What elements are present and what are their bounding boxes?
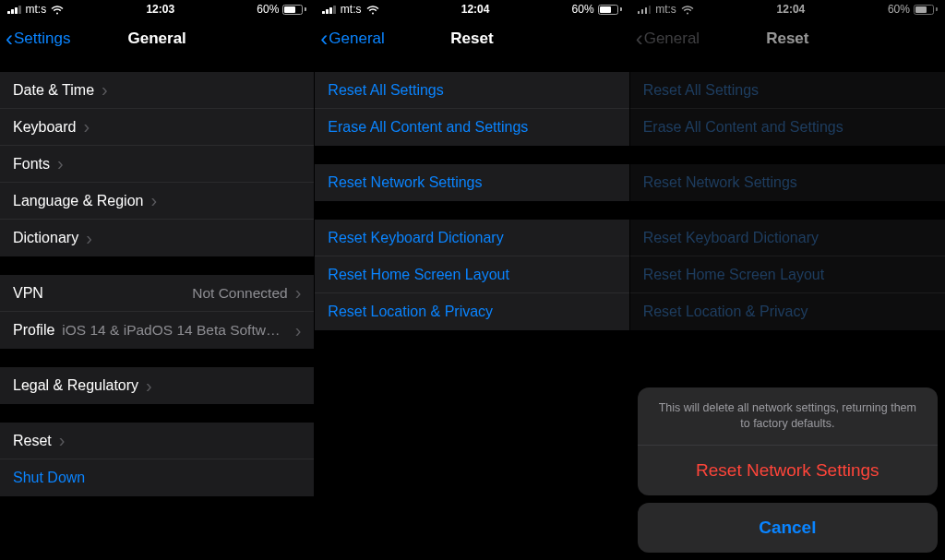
table-row[interactable]: Reset›: [0, 423, 314, 459]
chevron-right-icon: ›: [295, 282, 302, 304]
wifi-icon: [51, 5, 64, 14]
row-label: Date & Time: [13, 82, 94, 99]
action-sheet-message: This will delete all network settings, r…: [638, 387, 938, 446]
table-row[interactable]: Legal & Regulatory›: [0, 367, 314, 404]
cancel-button[interactable]: Cancel: [638, 503, 938, 553]
row-label: Reset: [13, 433, 52, 449]
back-button[interactable]: ‹ General: [320, 18, 384, 59]
clock: 12:03: [146, 3, 174, 16]
row-label: Reset Keyboard Dictionary: [328, 230, 503, 246]
reset-list: Reset All SettingsErase All Content and …: [315, 59, 628, 560]
action-sheet-group: This will delete all network settings, r…: [638, 387, 938, 495]
row-label: Dictionary: [13, 230, 78, 246]
status-bar: mt:s 12:03 60%: [0, 0, 314, 18]
table-row[interactable]: Reset Location & Privacy: [315, 293, 628, 330]
row-label: VPN: [13, 285, 43, 302]
row-value: Not Connected: [43, 285, 288, 302]
screen-reset-confirm: mt:s 12:04 60% ‹ General Reset Reset All…: [630, 0, 945, 560]
action-sheet-cancel-group: Cancel: [638, 503, 938, 553]
row-label: Keyboard: [13, 119, 77, 136]
row-label: Legal & Regulatory: [13, 377, 138, 394]
signal-icon: [322, 5, 336, 14]
row-label: Profile: [13, 322, 54, 339]
screen-general: mt:s 12:03 60% ‹ Settings General Date &…: [0, 0, 315, 560]
battery-icon: [598, 5, 622, 15]
status-bar: mt:s 12:04 60%: [315, 0, 628, 18]
battery-percent: 60%: [257, 3, 279, 16]
settings-list: Date & Time›Keyboard›Fonts›Language & Re…: [0, 59, 314, 560]
table-row[interactable]: Dictionary›: [0, 220, 314, 256]
battery-percent: 60%: [572, 3, 594, 16]
reset-network-confirm-button[interactable]: Reset Network Settings: [638, 446, 938, 495]
chevron-right-icon: ›: [57, 153, 64, 174]
row-label: Reset Location & Privacy: [328, 304, 493, 320]
row-label: Erase All Content and Settings: [328, 119, 528, 136]
table-row[interactable]: ProfileiOS 14 & iPadOS 14 Beta Softwar..…: [0, 312, 314, 349]
chevron-left-icon: ‹: [6, 28, 13, 50]
back-button[interactable]: ‹ Settings: [6, 18, 70, 59]
table-row[interactable]: Reset Home Screen Layout: [315, 256, 628, 293]
row-value: iOS 14 & iPadOS 14 Beta Softwar...: [54, 322, 287, 339]
row-label: Fonts: [13, 156, 50, 173]
row-label: Language & Region: [13, 193, 143, 209]
chevron-right-icon: ›: [295, 320, 302, 341]
chevron-right-icon: ›: [150, 190, 157, 211]
row-label: Reset Network Settings: [328, 174, 482, 191]
chevron-left-icon: ‹: [320, 28, 328, 50]
screen-reset: mt:s 12:04 60% ‹ General Reset Reset All…: [315, 0, 629, 560]
nav-bar: ‹ General Reset: [315, 18, 628, 59]
clock: 12:04: [461, 3, 490, 16]
table-row[interactable]: VPNNot Connected›: [0, 275, 314, 312]
action-sheet: This will delete all network settings, r…: [638, 387, 938, 553]
back-label: Settings: [14, 30, 70, 48]
chevron-right-icon: ›: [84, 116, 90, 137]
chevron-right-icon: ›: [86, 228, 92, 249]
page-title: Reset: [450, 30, 493, 48]
battery-icon: [282, 5, 306, 15]
table-row[interactable]: Date & Time›: [0, 72, 314, 109]
table-row[interactable]: Language & Region›: [0, 183, 314, 220]
signal-icon: [7, 5, 21, 14]
table-row[interactable]: Fonts›: [0, 146, 314, 183]
back-label: General: [329, 30, 384, 48]
table-row[interactable]: Reset Network Settings: [315, 164, 628, 201]
carrier-label: mt:s: [341, 3, 362, 16]
carrier-label: mt:s: [26, 3, 47, 16]
table-row[interactable]: Reset Keyboard Dictionary: [315, 220, 628, 256]
row-label: Shut Down: [13, 470, 85, 486]
chevron-right-icon: ›: [102, 79, 108, 101]
wifi-icon: [366, 5, 379, 14]
table-row[interactable]: Erase All Content and Settings: [315, 109, 628, 146]
chevron-right-icon: ›: [59, 430, 66, 451]
row-label: Reset All Settings: [328, 82, 443, 99]
page-title: General: [128, 30, 186, 48]
chevron-right-icon: ›: [146, 375, 152, 397]
table-row[interactable]: Shut Down: [0, 459, 314, 496]
table-row[interactable]: Reset All Settings: [315, 72, 628, 109]
table-row[interactable]: Keyboard›: [0, 109, 314, 146]
nav-bar: ‹ Settings General: [0, 18, 314, 59]
row-label: Reset Home Screen Layout: [328, 267, 509, 283]
